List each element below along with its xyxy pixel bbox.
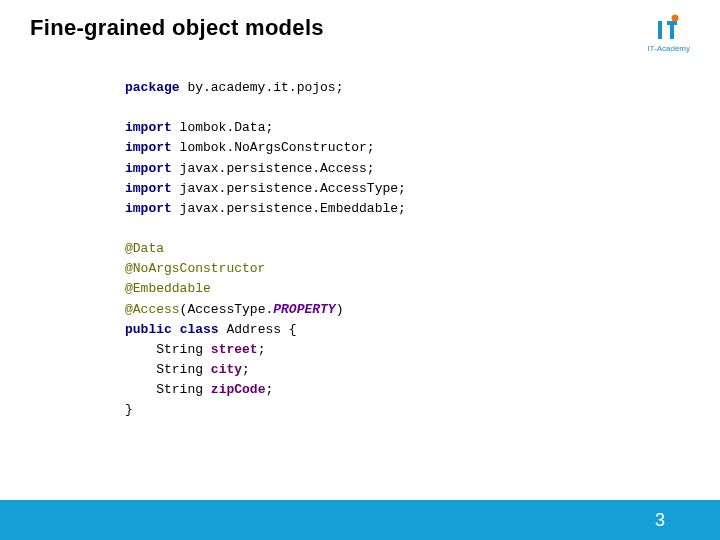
code-block: package by.academy.it.pojos; import lomb…: [0, 53, 720, 420]
code-line: import lombok.NoArgsConstructor;: [125, 138, 720, 158]
slide-title: Fine-grained object models: [30, 15, 324, 41]
code-line: String zipCode;: [125, 380, 720, 400]
code-line: public class Address {: [125, 320, 720, 340]
code-line: @Embeddable: [125, 279, 720, 299]
blank-line: [125, 98, 720, 118]
svg-rect-0: [658, 21, 662, 39]
svg-point-1: [671, 15, 678, 22]
code-line: import lombok.Data;: [125, 118, 720, 138]
code-line: }: [125, 400, 720, 420]
code-line: @Data: [125, 239, 720, 259]
code-line: String street;: [125, 340, 720, 360]
footer-bar: 3: [0, 500, 720, 540]
code-line: import javax.persistence.Access;: [125, 159, 720, 179]
code-line: import javax.persistence.Embeddable;: [125, 199, 720, 219]
it-academy-logo: IT-Academy: [647, 13, 690, 53]
blank-line: [125, 219, 720, 239]
code-line: package by.academy.it.pojos;: [125, 78, 720, 98]
logo-icon: [655, 13, 683, 43]
code-line: @NoArgsConstructor: [125, 259, 720, 279]
code-line: String city;: [125, 360, 720, 380]
code-line: @Access(AccessType.PROPERTY): [125, 300, 720, 320]
page-number: 3: [655, 510, 665, 531]
logo-text: IT-Academy: [647, 44, 690, 53]
code-line: import javax.persistence.AccessType;: [125, 179, 720, 199]
